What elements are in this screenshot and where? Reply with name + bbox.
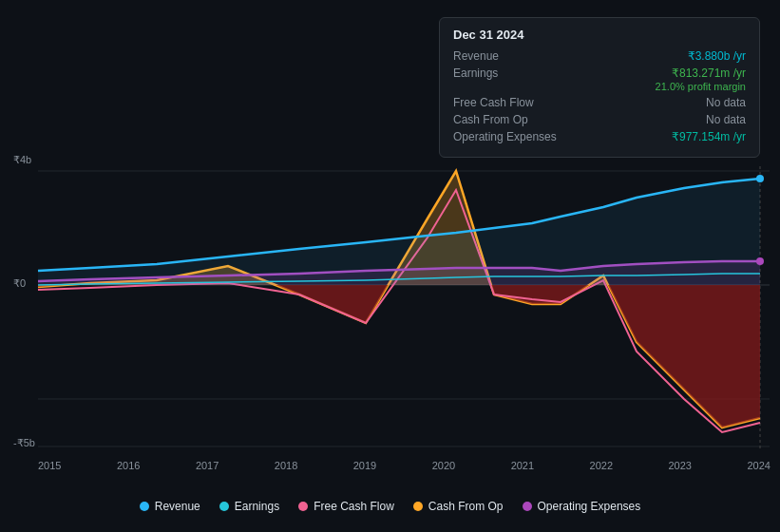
legend-revenue-label: Revenue [155, 500, 200, 513]
legend-fcf[interactable]: Free Cash Flow [298, 500, 394, 513]
x-label-2022: 2022 [590, 460, 613, 471]
legend-opex[interactable]: Operating Expenses [523, 500, 641, 513]
tooltip-cashop-label: Cash From Op [453, 113, 558, 126]
tooltip-earnings-label: Earnings [453, 66, 558, 80]
x-axis-labels: 2015 2016 2017 2018 2019 2020 2021 2022 … [38, 460, 770, 471]
tooltip-profit-margin: 21.0% profit margin [453, 81, 746, 92]
tooltip-revenue-value: ₹3.880b /yr [688, 49, 746, 63]
tooltip-earnings-value: ₹813.271m /yr [672, 66, 746, 80]
tooltip-date: Dec 31 2024 [453, 28, 746, 42]
legend-fcf-label: Free Cash Flow [314, 500, 394, 513]
tooltip-opex-row: Operating Expenses ₹977.154m /yr [453, 130, 746, 143]
y-label-top: ₹4b [13, 154, 31, 166]
tooltip-revenue-row: Revenue ₹3.880b /yr [453, 49, 746, 63]
tooltip-panel: Dec 31 2024 Revenue ₹3.880b /yr Earnings… [439, 17, 760, 158]
y-label-bot: -₹5b [13, 437, 35, 449]
legend-earnings-label: Earnings [235, 500, 279, 513]
tooltip-earnings-row: Earnings ₹813.271m /yr [453, 66, 746, 80]
x-label-2015: 2015 [38, 460, 61, 471]
x-label-2016: 2016 [117, 460, 140, 471]
legend-revenue-dot [140, 502, 149, 511]
tooltip-fcf-label: Free Cash Flow [453, 96, 558, 109]
x-label-2019: 2019 [353, 460, 376, 471]
legend-cashop[interactable]: Cash From Op [413, 500, 504, 513]
x-label-2020: 2020 [432, 460, 455, 471]
legend-opex-label: Operating Expenses [538, 500, 641, 513]
x-label-2017: 2017 [196, 460, 219, 471]
x-label-2018: 2018 [275, 460, 297, 471]
tooltip-fcf-value: No data [706, 96, 746, 109]
y-label-mid: ₹0 [13, 277, 26, 290]
legend-fcf-dot [298, 502, 308, 511]
legend-cashop-dot [413, 502, 423, 511]
x-label-2024: 2024 [747, 460, 770, 471]
tooltip-opex-value: ₹977.154m /yr [672, 130, 746, 143]
legend-opex-dot [523, 502, 532, 511]
x-label-2021: 2021 [511, 460, 534, 471]
tooltip-revenue-label: Revenue [453, 49, 558, 63]
x-label-2023: 2023 [669, 460, 692, 471]
revenue-end-dot [756, 175, 764, 182]
tooltip-opex-label: Operating Expenses [453, 130, 558, 143]
tooltip-cashop-row: Cash From Op No data [453, 113, 746, 126]
legend-earnings-dot [219, 502, 229, 511]
legend-cashop-label: Cash From Op [428, 500, 504, 513]
legend-earnings[interactable]: Earnings [219, 500, 279, 513]
chart-legend: Revenue Earnings Free Cash Flow Cash Fro… [0, 500, 780, 513]
opex-end-dot [756, 257, 764, 265]
tooltip-cashop-value: No data [706, 113, 746, 126]
tooltip-fcf-row: Free Cash Flow No data [453, 96, 746, 109]
legend-revenue[interactable]: Revenue [140, 500, 200, 513]
